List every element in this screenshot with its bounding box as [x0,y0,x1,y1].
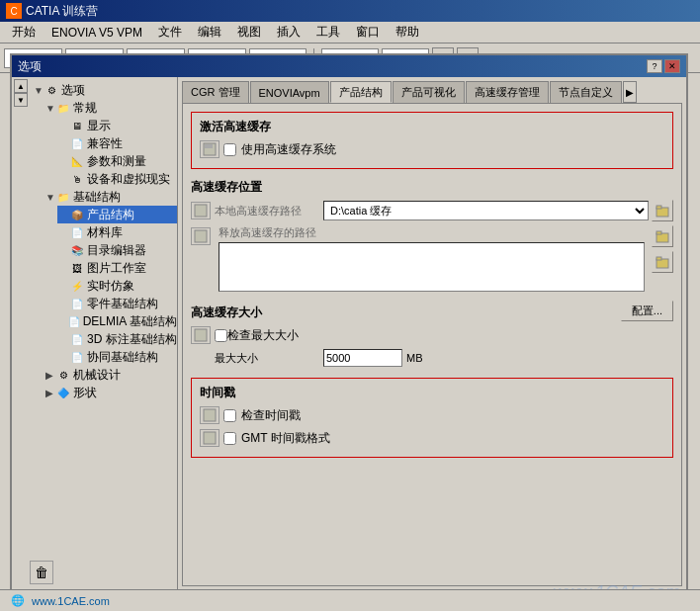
menu-window[interactable]: 窗口 [348,22,388,43]
tab-enovia[interactable]: ENOVIAvpm [250,81,329,103]
tree-item-label-devices: 设备和虚拟现实 [87,171,170,188]
menu-edit[interactable]: 编辑 [190,22,229,43]
activate-cache-section: 激活高速缓存 使用高速缓存系统 [191,112,673,169]
scroll-up[interactable]: ▲ [14,79,28,93]
tree-item-display[interactable]: 🖥 显示 [57,117,177,134]
tabs: CGR 管理 ENOVIAvpm 产品结构 产品可视化 高速缓存管理 节点自定义… [182,81,682,103]
check-time-checkbox[interactable] [223,409,236,422]
check-time-label: 检查时间戳 [241,407,301,424]
tree-item-catalog[interactable]: 📚 目录编辑器 [57,241,177,259]
status-bar-text: www.1CAE.com [32,595,110,607]
tree-item-label-materials: 材料库 [87,224,123,241]
local-path-dropdown[interactable]: D:\catia 缓存 [323,201,649,220]
tree-item-label-general: 常规 [73,100,97,117]
timezone-title: 时间戳 [200,385,664,401]
gmt-checkbox[interactable] [223,432,236,445]
menu-file[interactable]: 文件 [150,22,190,43]
tree-scroll-arrows: ▲ ▼ [14,79,28,107]
dialog-title-text: 选项 [18,58,42,75]
svg-rect-9 [656,257,661,260]
scroll-down[interactable]: ▼ [14,93,28,107]
tree-group-general: ▼ 📁 常规 🖥 显示 📄 兼容性 [30,99,177,401]
release-path-icon [191,227,211,245]
use-cache-label: 使用高速缓存系统 [241,141,336,158]
svg-rect-10 [195,329,207,341]
tree-items: ▼ ⚙ 选项 ▼ 📁 常规 🖥 显示 [30,81,177,401]
help-button[interactable]: ? [647,59,662,73]
local-path-browse-btn[interactable] [652,200,673,221]
gmt-label: GMT 时间戳格式 [241,430,330,447]
menu-view[interactable]: 视图 [229,22,269,43]
tree-item-mech[interactable]: ▶ ⚙ 机械设计 [44,366,177,384]
release-path-browse-btn-1[interactable] [652,225,673,247]
local-path-row: 本地高速缓存路径 D:\catia 缓存 [191,200,673,221]
tree-item-infra[interactable]: ▼ 📁 基础结构 [44,188,177,206]
local-path-icon [191,202,211,219]
menu-help[interactable]: 帮助 [388,22,427,43]
tree-item-devices[interactable]: 🖱 设备和虚拟现实 [57,170,177,188]
release-path-textarea[interactable] [219,242,645,292]
cache-location-section: 高速缓存位置 本地高速缓存路径 D:\catia 缓存 [191,179,673,295]
tree-item-shape[interactable]: ▶ 🔷 形状 [44,384,177,401]
svg-rect-1 [205,144,213,148]
activate-cache-title: 激活高速缓存 [200,119,664,135]
tree-item-label-display: 显示 [87,118,111,134]
cache-size-section: 高速缓存大小 检查最大大小 最大大小 MB [191,305,673,368]
close-button[interactable]: ✕ [664,59,680,73]
cache-location-title: 高速缓存位置 [191,179,673,196]
menu-enovia[interactable]: ENOVIA V5 VPM [44,24,150,42]
tree-item-3d-annot[interactable]: 📄 3D 标注基础结构 [57,330,177,348]
tab-more-button[interactable]: ▶ [623,81,637,103]
app-title: CATIA 训练营 [26,3,98,20]
tree-item-label-params: 参数和测量 [87,153,146,170]
tab-product-vis[interactable]: 产品可视化 [393,81,465,103]
tree-item-photo[interactable]: 🖼 图片工作室 [57,259,177,277]
status-network-icon: 🌐 [8,593,28,609]
release-path-area: 释放高速缓存的路径 [191,225,673,295]
options-dialog: 选项 ? ✕ ▲ ▼ ▼ ⚙ 选项 ▼ [10,53,688,592]
status-bar: 🌐 www.1CAE.com [0,589,700,611]
tree-bottom-icon[interactable]: 🗑 [30,561,53,584]
tree-item-label-realtime: 实时仿象 [87,278,134,295]
menu-start[interactable]: 开始 [4,22,44,43]
release-path-buttons [649,225,673,273]
content-panel: CGR 管理 ENOVIAvpm 产品结构 产品可视化 高速缓存管理 节点自定义… [178,77,686,590]
tree-item-delmia[interactable]: 📄 DELMIA 基础结构 [57,312,177,330]
max-size-label: 最大大小 [215,351,323,366]
tab-node-custom[interactable]: 节点自定义 [550,81,622,103]
tree-item-realtime[interactable]: ⚡ 实时仿象 [57,277,177,295]
release-path-content: 释放高速缓存的路径 [219,225,645,295]
tab-product-struct[interactable]: 产品结构 [330,81,392,103]
tree-item-label-product-struct: 产品结构 [87,207,134,223]
check-max-label: 检查最大大小 [227,327,299,344]
menu-tools[interactable]: 工具 [308,22,348,43]
check-max-row: 检查最大大小 [191,325,673,345]
config-button[interactable]: 配置... [621,301,673,321]
tree-item-collab[interactable]: 📄 协同基础结构 [57,348,177,366]
tree-root-label: 选项 [61,82,85,99]
use-cache-row: 使用高速缓存系统 [200,139,664,159]
tree-item-materials[interactable]: 📄 材料库 [57,223,177,241]
tab-cache-mgmt[interactable]: 高速缓存管理 [466,81,549,103]
cache-size-title: 高速缓存大小 [191,305,673,321]
dialog-title-bar: 选项 ? ✕ [12,55,686,77]
gmt-row: GMT 时间戳格式 [200,428,664,448]
tree-item-general[interactable]: ▼ 📁 常规 [44,99,177,117]
svg-rect-4 [656,206,661,209]
tab-cgr[interactable]: CGR 管理 [182,81,249,103]
dialog-body: ▲ ▼ ▼ ⚙ 选项 ▼ 📁 常规 [12,77,686,590]
tree-item-compat[interactable]: 📄 兼容性 [57,134,177,152]
tree-item-part-infra[interactable]: 📄 零件基础结构 [57,295,177,312]
release-path-browse-btn-2[interactable] [652,251,673,273]
tree-item-params[interactable]: 📐 参数和测量 [57,152,177,170]
check-time-row: 检查时间戳 [200,405,664,425]
check-max-icon [191,326,211,344]
menu-insert[interactable]: 插入 [269,22,308,43]
tree-root[interactable]: ▼ ⚙ 选项 [30,81,177,99]
use-cache-checkbox[interactable] [223,143,236,156]
svg-rect-12 [204,432,216,444]
tree-item-product-struct[interactable]: 📦 产品结构 [57,206,177,223]
max-size-input[interactable] [323,349,402,367]
release-path-label: 释放高速缓存的路径 [219,225,645,240]
check-max-checkbox[interactable] [215,329,227,342]
